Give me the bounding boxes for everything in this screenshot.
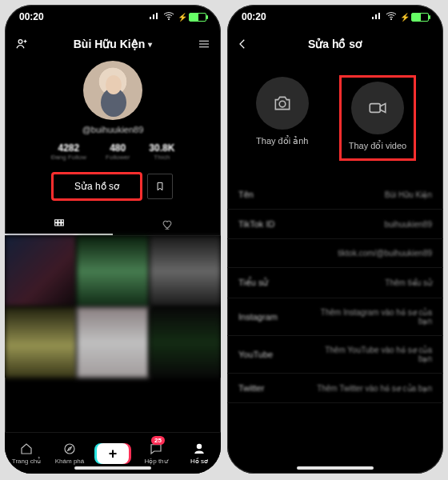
battery-icon — [411, 13, 429, 22]
camera-icon — [256, 77, 309, 130]
profile-form: Tên Bùi Hữu Kiện TikTok ID buihuukien89 … — [227, 180, 443, 403]
status-time: 00:20 — [19, 11, 44, 22]
svg-point-4 — [390, 18, 392, 20]
edit-header: Sửa hồ sơ — [227, 29, 443, 59]
status-bar: 00:20 ⚡ — [5, 5, 221, 29]
bookmark-button[interactable] — [147, 174, 173, 199]
username-dropdown[interactable]: Bùi Hữu Kiện ▾ — [74, 38, 153, 50]
media-options: Thay đổi ảnh Thay đổi video — [227, 77, 443, 159]
avatar[interactable] — [83, 61, 142, 120]
svg-point-3 — [197, 444, 201, 448]
video-thumb[interactable] — [77, 307, 148, 378]
video-thumb[interactable] — [150, 236, 221, 306]
home-indicator — [297, 466, 374, 470]
video-thumb[interactable] — [5, 307, 76, 378]
phone-profile: 00:20 ⚡ Bùi Hữu Kiện ▾ — [5, 5, 221, 474]
edit-title: Sửa hồ sơ — [308, 38, 362, 50]
change-video-label: Thay đổi video — [349, 141, 406, 151]
form-row[interactable]: Instagram Thêm Instagram vào hồ sơ của b… — [227, 298, 443, 336]
charging-icon: ⚡ — [178, 13, 187, 22]
svg-point-5 — [279, 101, 286, 107]
edit-profile-button[interactable]: Sửa hồ sơ — [53, 174, 141, 199]
form-row[interactable]: TikTok ID buihuukien89 — [227, 210, 443, 239]
form-row[interactable]: YouTube Thêm YouTube vào hồ sơ của bạn — [227, 336, 443, 374]
handle-text: @buihuukien89 — [82, 125, 144, 134]
stat-followers[interactable]: 480 Follower — [106, 142, 130, 161]
charging-icon: ⚡ — [400, 13, 410, 22]
signal-icon — [149, 11, 160, 22]
tab-liked[interactable] — [113, 214, 221, 235]
phone-edit-profile: 00:20 ⚡ Sửa hồ sơ — [227, 5, 443, 474]
video-thumb[interactable] — [150, 307, 221, 378]
chevron-down-icon: ▾ — [148, 40, 152, 49]
form-row[interactable]: Tiểu sử Thêm tiểu sử — [227, 268, 443, 298]
form-row[interactable]: tiktok.com/@buihuukien89 — [227, 239, 443, 268]
wifi-icon — [163, 11, 174, 22]
signal-icon — [371, 11, 382, 22]
tab-grid[interactable] — [5, 214, 113, 235]
svg-point-0 — [168, 18, 170, 20]
inbox-badge: 25 — [151, 436, 165, 445]
video-icon — [351, 82, 404, 134]
video-grid — [5, 236, 221, 378]
profile-header: Bùi Hữu Kiện ▾ — [5, 29, 221, 59]
stats-row: 4282 Đang Follow 480 Follower 30.8K Thíc… — [51, 142, 175, 161]
change-photo-option[interactable]: Thay đổi ảnh — [256, 77, 309, 159]
form-row[interactable]: Tên Bùi Hữu Kiện — [227, 180, 443, 210]
tab-home[interactable]: Trang chủ — [5, 433, 48, 474]
form-row[interactable]: Twitter Thêm Twitter vào hồ sơ của bạn — [227, 374, 443, 403]
svg-point-1 — [18, 40, 22, 44]
add-friend-icon[interactable] — [14, 37, 29, 51]
svg-rect-6 — [370, 104, 380, 113]
stat-likes[interactable]: 30.8K Thích — [149, 142, 174, 161]
profile-tabs — [5, 214, 221, 236]
wifi-icon — [386, 11, 397, 22]
battery-icon — [189, 13, 206, 22]
status-time: 00:20 — [242, 11, 266, 22]
home-indicator — [74, 466, 151, 470]
tab-profile[interactable]: Hồ sơ — [178, 433, 221, 474]
profile-block: @buihuukien89 4282 Đang Follow 480 Follo… — [5, 61, 221, 199]
plus-icon: + — [97, 443, 129, 464]
svg-point-2 — [65, 444, 74, 454]
status-bar: 00:20 ⚡ — [227, 5, 443, 29]
status-right: ⚡ — [371, 11, 429, 22]
menu-icon[interactable] — [197, 37, 211, 51]
username-text: Bùi Hữu Kiện — [74, 38, 146, 50]
status-right: ⚡ — [149, 11, 206, 22]
stat-following[interactable]: 4282 Đang Follow — [51, 142, 86, 161]
change-video-option[interactable]: Thay đổi video — [341, 77, 414, 159]
profile-buttons: Sửa hồ sơ — [53, 174, 173, 199]
video-thumb[interactable] — [5, 236, 76, 306]
change-photo-label: Thay đổi ảnh — [256, 136, 308, 146]
back-icon[interactable] — [235, 37, 250, 51]
video-thumb[interactable] — [77, 236, 148, 306]
